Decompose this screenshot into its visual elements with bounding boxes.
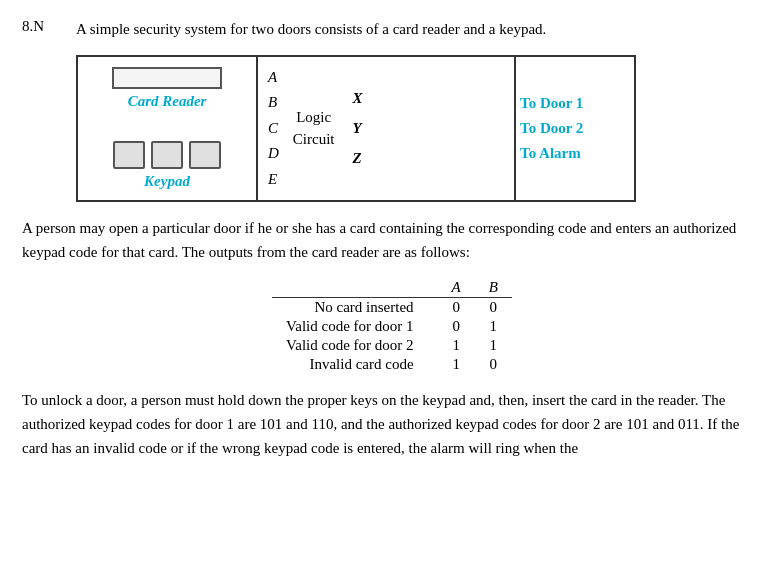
logic-circuit-label: Logic Circuit <box>293 106 335 151</box>
output-x: X <box>353 83 363 113</box>
table-row: No card inserted 0 0 <box>272 298 512 318</box>
keypad-label: Keypad <box>144 173 190 190</box>
row-2-b: 1 <box>475 336 512 355</box>
row-3-a: 1 <box>438 355 475 374</box>
keypad-buttons <box>113 141 221 169</box>
to-door-1: To Door 1 <box>520 95 583 112</box>
diagram-container: Card Reader Keypad A B C D E Logic <box>76 55 762 203</box>
output-z: Z <box>353 143 363 173</box>
keypad-btn-1 <box>113 141 145 169</box>
row-1-a: 0 <box>438 317 475 336</box>
to-door-2: To Door 2 <box>520 120 583 137</box>
table-row: Valid code for door 1 0 1 <box>272 317 512 336</box>
table-header-empty <box>272 278 437 298</box>
card-slot <box>112 67 222 89</box>
keypad-section: Keypad <box>92 141 242 190</box>
right-panel: To Door 1 To Door 2 To Alarm <box>514 57 634 201</box>
row-1-b: 1 <box>475 317 512 336</box>
col-header-a: A <box>438 278 475 298</box>
keypad-btn-3 <box>189 141 221 169</box>
table-section: A B No card inserted 0 0 Valid code for … <box>22 278 762 374</box>
card-reader-label: Card Reader <box>128 93 207 110</box>
input-a: A <box>268 65 279 91</box>
input-b: B <box>268 90 279 116</box>
row-label-3: Invalid card code <box>272 355 437 374</box>
inputs-col: A B C D E <box>268 65 279 193</box>
logic-label-2: Circuit <box>293 128 335 151</box>
row-label-2: Valid code for door 2 <box>272 336 437 355</box>
row-3-b: 0 <box>475 355 512 374</box>
body-text-2: To unlock a door, a person must hold dow… <box>22 388 762 460</box>
col-header-b: B <box>475 278 512 298</box>
output-y: Y <box>353 113 363 143</box>
logic-label-1: Logic <box>296 106 331 129</box>
table-header-row: A B <box>272 278 512 298</box>
problem-header: 8.N A simple security system for two doo… <box>22 18 762 41</box>
row-label-1: Valid code for door 1 <box>272 317 437 336</box>
table-row: Invalid card code 1 0 <box>272 355 512 374</box>
table-row: Valid code for door 2 1 1 <box>272 336 512 355</box>
input-c: C <box>268 116 279 142</box>
input-e: E <box>268 167 279 193</box>
diagram-box: Card Reader Keypad A B C D E Logic <box>76 55 636 203</box>
row-0-a: 0 <box>438 298 475 318</box>
left-panel: Card Reader Keypad <box>78 57 258 201</box>
problem-number: 8.N <box>22 18 58 41</box>
body-text-1: A person may open a particular door if h… <box>22 216 762 264</box>
outputs-col: X Y Z <box>353 83 363 173</box>
to-alarm: To Alarm <box>520 145 581 162</box>
problem-intro: A simple security system for two doors c… <box>76 18 546 41</box>
row-2-a: 1 <box>438 336 475 355</box>
middle-panel: A B C D E Logic Circuit X Y Z <box>258 57 514 201</box>
row-0-b: 0 <box>475 298 512 318</box>
row-label-0: No card inserted <box>272 298 437 318</box>
input-d: D <box>268 141 279 167</box>
card-reader-section: Card Reader <box>92 67 242 110</box>
keypad-btn-2 <box>151 141 183 169</box>
truth-table: A B No card inserted 0 0 Valid code for … <box>272 278 512 374</box>
